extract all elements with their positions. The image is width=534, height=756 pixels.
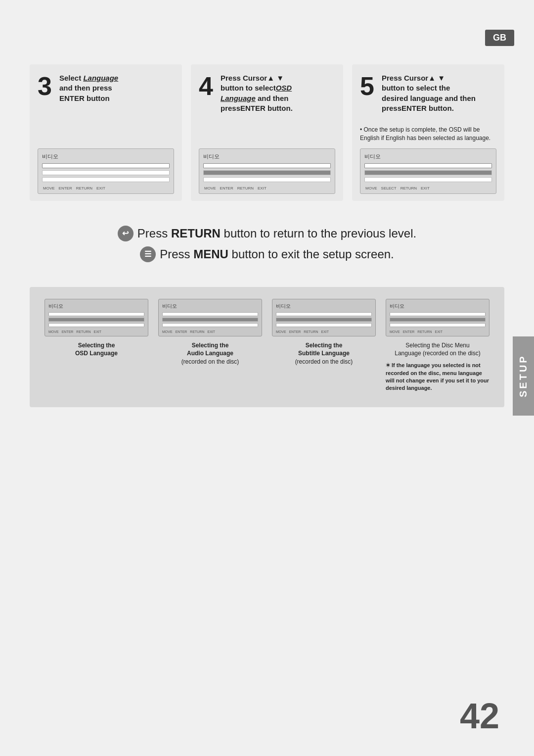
step-5-row-1	[364, 163, 492, 168]
step-5-screen-title: 비디오	[364, 153, 492, 160]
step-3-row-3	[42, 177, 170, 182]
step-4-row-1	[203, 163, 331, 168]
setup-badge: SETUP	[513, 336, 534, 416]
step-4-box: 4 Press Cursor▲ ▼ button to selectOSD La…	[191, 64, 343, 201]
step-4-screen-title: 비디오	[203, 153, 331, 160]
step-3-footer: MOVE ENTER RETURN EXIT	[42, 186, 170, 190]
step-5-header: 5 Press Cursor▲ ▼ button to select the d…	[360, 73, 496, 118]
gb-label: GB	[493, 33, 506, 43]
step-3-row-2	[42, 170, 170, 175]
bottom-item-audio: 비디오 MOVE ENTER RETURN EXIT Selecting the…	[158, 299, 262, 366]
return-circle: ↩	[118, 226, 134, 241]
gb-badge: GB	[485, 30, 514, 46]
step-4-text: Press Cursor▲ ▼ button to selectOSD Lang…	[221, 73, 293, 113]
step-4-row-3	[203, 177, 331, 182]
setup-label: SETUP	[518, 355, 529, 398]
bottom-caption-osd: Selecting theOSD Language	[75, 341, 118, 358]
step-4-footer: MOVE ENTER RETURN EXIT	[203, 186, 331, 190]
page-number: 42	[460, 696, 499, 736]
step-5-screen: 비디오 MOVE SELECT RETURN EXIT	[360, 148, 496, 194]
step-3-text: Select Language and then press ENTER but…	[59, 73, 118, 103]
bottom-row: 비디오 MOVE ENTER RETURN EXIT Selecting the…	[44, 299, 490, 392]
bottom-caption-disc: Selecting the Disc MenuLanguage (recorde…	[386, 341, 490, 392]
step-3-header: 3 Select Language and then press ENTER b…	[38, 73, 174, 118]
step-4-row-2	[203, 170, 331, 175]
menu-circle: ☰	[140, 246, 156, 262]
bottom-item-subtitle: 비디오 MOVE ENTER RETURN EXIT Selecting the…	[272, 299, 376, 366]
bottom-section: 비디오 MOVE ENTER RETURN EXIT Selecting the…	[30, 287, 504, 407]
bottom-screen-audio: 비디오 MOVE ENTER RETURN EXIT	[158, 299, 262, 336]
step-5-row-3	[364, 177, 492, 182]
steps-row: 3 Select Language and then press ENTER b…	[30, 64, 504, 201]
bottom-item-osd: 비디오 MOVE ENTER RETURN EXIT Selecting the…	[44, 299, 148, 358]
instruction-menu: ☰ Press MENU button to exit the setup sc…	[30, 246, 504, 262]
step-3-screen-title: 비디오	[42, 153, 170, 160]
bottom-caption-audio: Selecting theAudio Language (recorded on…	[181, 341, 239, 366]
step-4-header: 4 Press Cursor▲ ▼ button to selectOSD La…	[199, 73, 335, 118]
step-3-row-1	[42, 163, 170, 168]
step-5-footer: MOVE SELECT RETURN EXIT	[364, 186, 492, 190]
step-4-screen: 비디오 MOVE ENTER RETURN EXIT	[199, 148, 335, 194]
step-5-box: 5 Press Cursor▲ ▼ button to select the d…	[352, 64, 504, 201]
instruction-return: ↩ Press RETURN button to return to the p…	[30, 226, 504, 241]
step-3-screen: 비디오 MOVE ENTER RETURN EXIT	[38, 148, 174, 194]
bottom-screen-disc: 비디오 MOVE ENTER RETURN EXIT	[386, 299, 490, 336]
instructions-section: ↩ Press RETURN button to return to the p…	[30, 221, 504, 272]
step-5-text: Press Cursor▲ ▼ button to select the des…	[382, 73, 476, 113]
step-5-bullet: • Once the setup is complete, the OSD wi…	[360, 126, 496, 142]
step-4-number: 4	[199, 73, 217, 99]
bottom-item-disc: 비디오 MOVE ENTER RETURN EXIT Selecting the…	[386, 299, 490, 392]
step-5-bullet-text: • Once the setup is complete, the OSD wi…	[360, 126, 490, 142]
step-3-number: 3	[38, 73, 55, 99]
bottom-screen-osd: 비디오 MOVE ENTER RETURN EXIT	[44, 299, 148, 336]
step-3-box: 3 Select Language and then press ENTER b…	[30, 64, 182, 201]
step-5-row-2	[364, 170, 492, 175]
bottom-screen-subtitle: 비디오 MOVE ENTER RETURN EXIT	[272, 299, 376, 336]
bottom-caption-subtitle: Selecting theSubtitle Language (recorded…	[295, 341, 353, 366]
step-5-number: 5	[360, 73, 378, 99]
main-content: 3 Select Language and then press ENTER b…	[30, 64, 504, 407]
